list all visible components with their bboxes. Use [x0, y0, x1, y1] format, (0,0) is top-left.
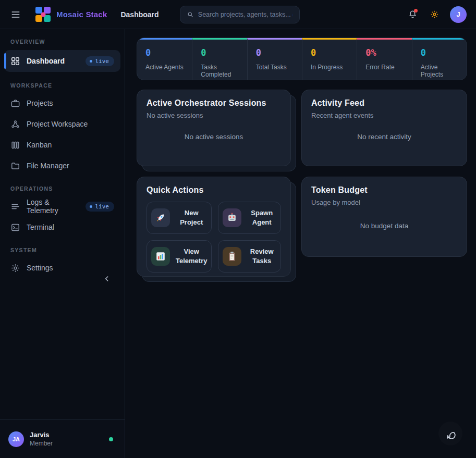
user-role: Member — [30, 440, 53, 447]
stat-label: Error Rate — [365, 64, 403, 71]
stat-label: Active Projects — [421, 64, 458, 78]
search-input[interactable] — [198, 11, 293, 18]
quick-action-label: Spawn Agent — [247, 208, 276, 227]
card-subtitle: Recent agent events — [311, 112, 457, 119]
sidebar-item-label: Kanban — [27, 141, 52, 149]
top-header: Mosaic Stack Dashboard J — [0, 0, 476, 29]
sessions-card: Active Orchestrator Sessions No active s… — [137, 90, 291, 166]
stat-active-projects: 0 Active Projects — [412, 38, 467, 80]
sidebar-item-label: Dashboard — [27, 57, 65, 65]
section-label-operations: OPERATIONS — [0, 176, 125, 196]
folder-icon — [10, 161, 20, 171]
sidebar-item-label: Terminal — [27, 223, 54, 231]
chat-button[interactable] — [438, 422, 462, 445]
stat-value: 0 — [256, 48, 294, 57]
sidebar-item-file-manager[interactable]: File Manager — [4, 156, 120, 176]
briefcase-icon — [10, 98, 20, 108]
token-budget-card: Token Budget Usage by model No budget da… — [301, 177, 467, 257]
live-dot — [90, 205, 92, 208]
user-panel[interactable]: JA Jarvis Member — [0, 419, 125, 458]
live-badge-label: live — [95, 58, 109, 65]
stat-value: 0 — [311, 48, 348, 57]
sidebar-item-kanban[interactable]: Kanban — [4, 135, 120, 155]
stat-value: 0 — [421, 48, 458, 57]
menu-button[interactable] — [7, 6, 24, 23]
terminal-icon — [10, 222, 20, 232]
stat-label: Tasks Completed — [201, 64, 238, 78]
card-title: Activity Feed — [311, 98, 457, 108]
quick-action-label: View Telemetry — [176, 247, 207, 265]
user-name: Jarvis — [30, 431, 53, 439]
theme-toggle-button[interactable] — [426, 6, 443, 23]
online-status-dot — [109, 437, 113, 441]
quick-actions-card: Quick Actions — [137, 177, 291, 277]
card-title: Quick Actions — [147, 185, 281, 195]
live-badge: live — [86, 56, 115, 66]
stat-label: Active Agents — [145, 64, 184, 71]
live-badge: live — [86, 202, 115, 212]
spawn-agent-button[interactable]: Spawn Agent — [218, 202, 281, 234]
sidebar-item-logs-telemetry[interactable]: Logs & Telemetry live — [4, 196, 120, 216]
global-search[interactable] — [180, 6, 300, 23]
activity-feed-card: Activity Feed Recent agent events No rec… — [301, 90, 467, 166]
nodes-icon — [10, 119, 20, 129]
stat-label: In Progress — [311, 64, 348, 71]
live-badge-label: live — [95, 203, 109, 210]
gear-icon — [10, 263, 20, 273]
bar-chart-icon — [155, 251, 166, 262]
stat-in-progress: 0 In Progress — [302, 38, 357, 80]
section-label-system: SYSTEM — [0, 238, 125, 257]
stat-value: 0% — [365, 48, 403, 57]
user-avatar-button[interactable]: J — [450, 6, 467, 23]
new-project-button[interactable]: New Project — [147, 202, 212, 234]
card-title: Token Budget — [311, 185, 457, 195]
section-label-overview: OVERVIEW — [0, 29, 125, 49]
kanban-icon — [10, 140, 20, 150]
card-title: Active Orchestrator Sessions — [147, 98, 281, 108]
bar-chart-tile — [151, 247, 170, 266]
view-telemetry-button[interactable]: View Telemetry — [147, 240, 212, 273]
robot-icon — [226, 212, 238, 224]
user-initials: JA — [13, 436, 20, 442]
sidebar: OVERVIEW Dashboard live WORKSPACE Projec… — [0, 29, 125, 458]
stat-value: 0 — [145, 48, 184, 57]
sun-icon — [430, 9, 440, 19]
robot-tile — [223, 208, 241, 227]
budget-empty-state: No budget data — [311, 206, 457, 248]
review-tasks-button[interactable]: Review Tasks — [218, 240, 281, 273]
active-indicator — [4, 53, 6, 69]
sidebar-item-project-workspace[interactable]: Project Workspace — [4, 114, 120, 134]
chat-bubble-icon — [444, 427, 457, 440]
hamburger-icon — [10, 9, 21, 20]
sessions-empty-state: No active sessions — [147, 119, 281, 157]
card-subtitle: No active sessions — [147, 112, 281, 119]
quick-actions-grid: New Project Spawn Agent — [147, 202, 281, 273]
sidebar-item-label: Projects — [27, 99, 53, 107]
search-icon — [187, 10, 194, 19]
breadcrumb: Dashboard — [120, 10, 158, 19]
notifications-button[interactable] — [404, 6, 421, 23]
rocket-icon — [155, 212, 166, 224]
stat-error-rate: 0% Error Rate — [357, 38, 411, 80]
sidebar-item-dashboard[interactable]: Dashboard live — [4, 50, 120, 72]
rocket-tile — [151, 208, 170, 227]
stats-row: 0 Active Agents 0 Tasks Completed 0 Tota… — [137, 38, 467, 80]
app-logo — [35, 7, 51, 22]
clipboard-tile — [223, 247, 241, 266]
notification-dot — [414, 9, 418, 13]
sidebar-collapse-button[interactable] — [100, 271, 114, 286]
quick-action-label: Review Tasks — [247, 247, 276, 265]
sidebar-item-label: File Manager — [27, 162, 69, 170]
sidebar-item-projects[interactable]: Projects — [4, 93, 120, 113]
stat-total-tasks: 0 Total Tasks — [247, 38, 302, 80]
avatar-initial: J — [456, 10, 460, 18]
cards-grid: Active Orchestrator Sessions No active s… — [137, 90, 467, 277]
stat-value: 0 — [201, 48, 238, 57]
sidebar-item-terminal[interactable]: Terminal — [4, 217, 120, 237]
live-dot — [90, 60, 92, 63]
logo-center-dot — [41, 12, 46, 17]
activity-empty-state: No recent activity — [311, 119, 457, 157]
clipboard-icon — [226, 251, 238, 262]
user-avatar: JA — [8, 431, 24, 447]
brand-name: Mosaic Stack — [56, 10, 107, 19]
